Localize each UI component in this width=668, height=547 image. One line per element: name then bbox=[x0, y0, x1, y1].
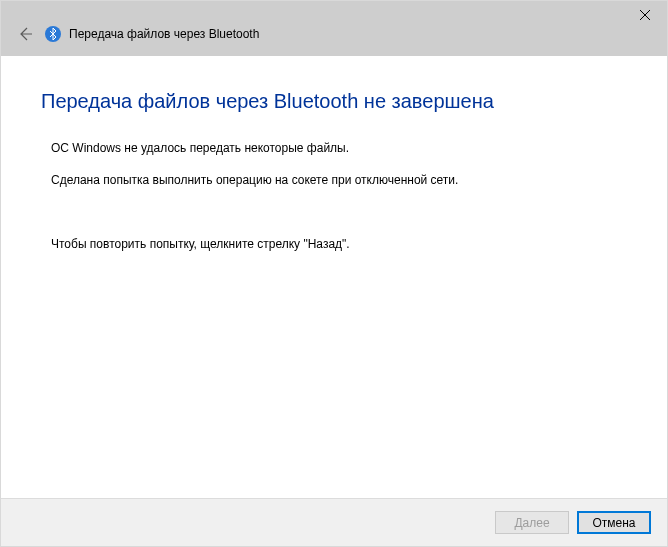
content-area: Передача файлов через Bluetooth не завер… bbox=[1, 56, 667, 498]
error-message-1: ОС Windows не удалось передать некоторые… bbox=[51, 141, 627, 155]
cancel-button[interactable]: Отмена bbox=[577, 511, 651, 534]
back-arrow-icon bbox=[17, 26, 33, 42]
error-message-2: Сделана попытка выполнить операцию на со… bbox=[51, 173, 627, 187]
footer-bar: Далее Отмена bbox=[1, 498, 667, 546]
page-heading: Передача файлов через Bluetooth не завер… bbox=[41, 90, 627, 113]
bluetooth-icon bbox=[45, 26, 61, 42]
close-button[interactable] bbox=[622, 1, 667, 29]
back-button[interactable] bbox=[15, 24, 35, 44]
retry-instruction: Чтобы повторить попытку, щелкните стрелк… bbox=[51, 237, 627, 251]
window-title: Передача файлов через Bluetooth bbox=[69, 27, 259, 41]
titlebar: Передача файлов через Bluetooth bbox=[1, 1, 667, 56]
message-body: ОС Windows не удалось передать некоторые… bbox=[41, 141, 627, 251]
next-button: Далее bbox=[495, 511, 569, 534]
dialog-window: Передача файлов через Bluetooth Передача… bbox=[0, 0, 668, 547]
close-icon bbox=[640, 10, 650, 20]
